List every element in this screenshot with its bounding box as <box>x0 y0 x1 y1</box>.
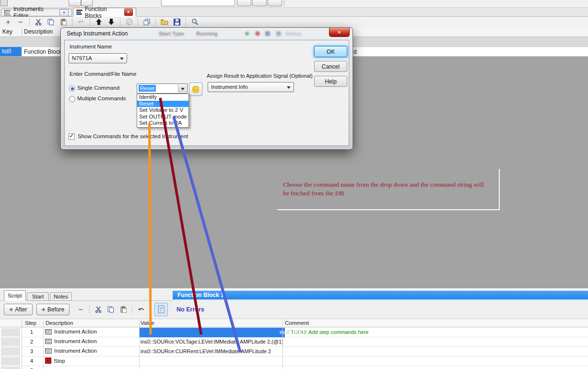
row-selector[interactable] <box>1 357 20 365</box>
remove-step-button[interactable]: − <box>76 305 85 314</box>
add-before-button[interactable]: +Before <box>36 304 70 315</box>
copy-icon[interactable] <box>47 18 55 26</box>
command-combobox[interactable]: Reset <box>137 83 188 94</box>
divider <box>43 319 44 369</box>
cutoff-button[interactable] <box>268 0 282 6</box>
dropdown-item-reset[interactable]: Reset <box>137 101 188 107</box>
paste-icon[interactable] <box>59 18 68 26</box>
tab-script[interactable]: Script <box>4 290 26 301</box>
dropdown-item-set-voltage[interactable]: Set Voltage to 2 V <box>137 107 188 114</box>
column-step[interactable]: Step <box>25 320 36 326</box>
step-value: ins0::SOURce:CURRent:LEVel:IMMediate:AMP… <box>141 348 271 354</box>
combo-drop-button[interactable] <box>178 84 187 93</box>
cutoff-button[interactable] <box>237 0 251 6</box>
show-commands-checkbox[interactable]: ✓ <box>69 133 75 140</box>
add-after-button[interactable]: +After <box>4 304 33 315</box>
tab-start[interactable]: Start <box>27 292 49 301</box>
paste-icon[interactable] <box>119 305 128 314</box>
clipped-text: d <box>353 48 357 55</box>
undo-icon[interactable] <box>137 305 145 314</box>
divider <box>282 319 283 369</box>
instrument-name-select[interactable]: N7971A <box>69 53 127 63</box>
tab-instruments-editor[interactable]: Instruments Editor × <box>1 9 72 16</box>
column-key[interactable]: Key <box>2 28 12 35</box>
help-button[interactable]: Help <box>314 76 347 87</box>
tab-label: Function Blocks <box>85 6 121 19</box>
close-tab-icon[interactable]: × <box>59 9 69 16</box>
step-number: 2 <box>22 339 41 345</box>
divider <box>132 306 132 313</box>
ghost-text: Start Type <box>159 31 184 36</box>
cut-icon[interactable] <box>94 305 103 314</box>
divider <box>120 18 120 26</box>
table-row[interactable]: 2 Instrument Action ins0::SOURce:VOLTage… <box>0 337 588 347</box>
step-number: 3 <box>22 348 41 354</box>
dialog-body: Instrument Name N7971A Enter Command/Fil… <box>64 40 349 146</box>
multiple-commands-radio[interactable] <box>69 96 75 102</box>
close-tab-icon[interactable]: × <box>124 9 133 16</box>
ok-button[interactable]: OK <box>314 46 347 57</box>
cutoff-button[interactable] <box>252 0 267 6</box>
enter-command-label: Enter Command/File Name <box>70 71 136 77</box>
open-icon[interactable] <box>160 18 169 26</box>
row-selector[interactable] <box>1 347 20 356</box>
assign-result-label: Assign Result to Application Signal (Opt… <box>207 73 313 79</box>
single-command-label[interactable]: Single Command <box>77 85 119 91</box>
windows-icon[interactable] <box>142 18 151 26</box>
save-icon[interactable] <box>173 18 181 26</box>
key-cell-selected[interactable]: tst0 <box>0 47 22 56</box>
add-button[interactable]: + <box>4 18 12 26</box>
row-selector[interactable] <box>1 338 20 346</box>
row-selector[interactable] <box>1 367 20 369</box>
ghost-gray-icon <box>276 31 281 36</box>
status-no-errors: No Errors <box>176 306 204 313</box>
divider <box>29 18 30 26</box>
column-description[interactable]: Description <box>46 320 73 326</box>
column-description[interactable]: Description <box>24 28 53 35</box>
remove-button[interactable]: − <box>16 18 25 26</box>
column-value[interactable]: Value <box>141 320 154 326</box>
dropdown-item-set-output[interactable]: Set OUTPUT mode Of <box>137 114 188 120</box>
dropdown-item-identify[interactable]: Identify <box>137 94 188 101</box>
single-command-radio[interactable] <box>69 85 75 92</box>
cutoff-button[interactable] <box>69 0 81 6</box>
ghost-text: Status <box>285 31 302 36</box>
tab-function-blocks[interactable]: Function Blocks × <box>73 8 136 17</box>
tab-notes[interactable]: Notes <box>50 292 72 301</box>
cancel-button[interactable]: Cancel <box>314 61 347 72</box>
multiple-commands-label[interactable]: Multiple Commands <box>77 95 126 101</box>
database-button[interactable] <box>189 83 202 96</box>
close-icon[interactable]: × <box>329 28 350 37</box>
cutoff-fragment <box>0 0 8 6</box>
table-row[interactable]: 4 Stop <box>0 357 588 366</box>
divider <box>186 18 186 26</box>
divider <box>138 18 138 26</box>
script-table-header: Step Description Value Comment <box>0 319 588 327</box>
table-row[interactable]: 1 Instrument Action ins0::*RST // TODO: … <box>0 328 588 337</box>
assign-result-select[interactable]: Instrument Info <box>208 82 294 92</box>
show-commands-label[interactable]: Show Commands for the selected Instrumen… <box>78 133 188 139</box>
dropdown-item-set-current[interactable]: Set Current to 2A <box>137 120 188 127</box>
ghost-green-dot <box>245 32 249 36</box>
cut-icon[interactable] <box>34 18 43 26</box>
column-comment[interactable]: Comment <box>285 320 309 326</box>
table-row[interactable]: 3 Instrument Action ins0::SOURce:CURRent… <box>0 347 588 357</box>
before-label: Before <box>47 306 64 313</box>
search-icon[interactable] <box>190 18 199 26</box>
assign-result-value: Instrument Info <box>211 84 248 90</box>
step-number: 4 <box>22 358 41 364</box>
instruments-editor-icon <box>4 10 11 15</box>
instrument-name-label: Instrument Name <box>70 44 112 49</box>
row-selector[interactable] <box>1 328 20 336</box>
script-log-button[interactable] <box>154 303 168 316</box>
selected-value-cell[interactable]: ins0::*RST <box>139 328 285 337</box>
plus-icon: + <box>9 306 13 313</box>
script-log-icon <box>158 305 165 313</box>
instrument-action-icon <box>45 329 52 334</box>
cutoff-field[interactable] <box>161 0 235 6</box>
copy-icon[interactable] <box>106 305 115 314</box>
table-row[interactable]: 5 <box>0 366 588 369</box>
ghost-blue-icon <box>265 31 270 36</box>
undo-icon[interactable] <box>77 18 85 26</box>
cancel-icon[interactable] <box>125 18 133 26</box>
